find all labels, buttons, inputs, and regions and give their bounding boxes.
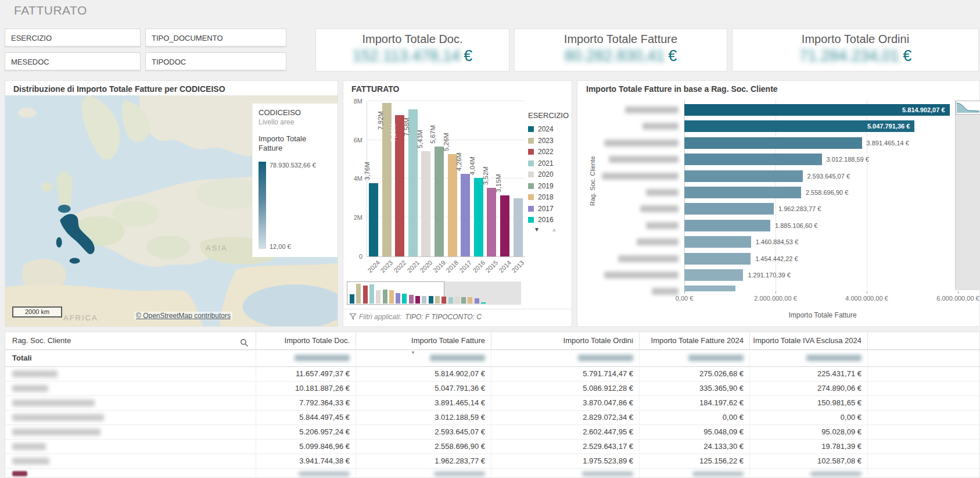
bar-2015[interactable] (487, 188, 496, 256)
bar-2013[interactable] (514, 198, 523, 256)
blurred-total-value (578, 355, 633, 361)
legend-item-2017[interactable]: 2017 (528, 205, 563, 214)
redacted-client-name[interactable] (12, 429, 100, 436)
column-header-4[interactable]: Importo Totale Fatture 2024 (640, 332, 750, 349)
navigator-bar (448, 297, 453, 304)
redacted-client-name[interactable] (12, 370, 58, 377)
filter-tipo_documento[interactable]: TIPO_DOCUMENTO (145, 28, 286, 47)
legend-item-2020[interactable]: 2020 (528, 170, 563, 180)
column-header-2[interactable]: Importo Totale Fatture (356, 332, 491, 349)
redacted-client-name[interactable] (646, 222, 679, 229)
column-header-5[interactable]: Importo Totale IVA Esclusa 2024 (750, 332, 868, 349)
redacted-client-name[interactable] (642, 123, 679, 130)
redacted-client-name[interactable] (12, 471, 27, 476)
legend-scroll-up-icon[interactable]: ▲ (551, 226, 557, 233)
column-header-0[interactable]: Rag. Soc. Cliente (5, 332, 256, 349)
client-name-cell[interactable] (5, 425, 256, 439)
client-name-cell[interactable] (5, 366, 256, 381)
search-icon[interactable] (240, 336, 249, 349)
legend-item-2018[interactable]: 2018 (528, 193, 563, 202)
hbar-row-bar[interactable] (684, 203, 774, 215)
table-totals-row: Totali (5, 349, 980, 367)
hbar-scroll-navigator[interactable] (955, 101, 980, 290)
divider (343, 309, 572, 309)
filter-mesedoc[interactable]: MESEDOC (5, 52, 141, 70)
hbar-row-bar[interactable] (684, 220, 770, 231)
table-value-cell: 2.829.072,34 € (491, 410, 640, 425)
bar-2016[interactable] (474, 178, 483, 256)
map-canvas[interactable]: ASIA AFRICA 2000 km © OpenStreetMap cont… (5, 95, 338, 326)
y-axis-tick: 6M (343, 136, 362, 144)
redacted-client-name[interactable] (12, 443, 46, 450)
legend-item-2022[interactable]: 2022 (528, 148, 563, 157)
filter-tipodoc[interactable]: TIPODOC (145, 52, 286, 70)
hbar-value-label: 2.558.696,90 € (806, 189, 848, 197)
bar-slot: 5,67M2019 (433, 101, 446, 256)
hbar-row-bar[interactable] (684, 236, 751, 248)
bar-value-label: 3,15M (496, 174, 502, 192)
euro-suffix: € (668, 47, 677, 65)
bar-2014[interactable] (500, 195, 509, 256)
totals-value-blurred (640, 349, 750, 366)
client-name-cell[interactable] (5, 381, 256, 395)
column-header-1[interactable]: Importo Totale Doc. (256, 332, 356, 349)
table-row: 11.657.497,37 €5.814.902,07 €5.791.714,4… (5, 366, 980, 381)
redacted-client-name[interactable] (640, 205, 679, 212)
hbar-row-bar[interactable] (684, 253, 751, 265)
redacted-client-name[interactable] (12, 414, 104, 421)
bar-2024[interactable] (369, 183, 378, 256)
bar-2019[interactable] (435, 147, 444, 256)
client-name-cell[interactable] (5, 410, 256, 425)
redacted-client-name[interactable] (646, 189, 679, 196)
client-name-cell[interactable] (5, 395, 256, 410)
sort-descending-icon[interactable]: ▼ (411, 350, 415, 355)
redacted-client-name[interactable] (609, 156, 679, 163)
redacted-client-name[interactable] (604, 272, 679, 279)
client-name-cell[interactable] (5, 468, 256, 478)
kpi-label: Importo Totale Ordini (733, 33, 978, 46)
redacted-client-name[interactable] (12, 385, 48, 392)
legend-label: 2022 (538, 148, 554, 156)
redacted-client-name[interactable] (625, 106, 679, 113)
column-header-3[interactable]: Importo Totale Ordini (491, 332, 640, 349)
redacted-client-name[interactable] (652, 288, 679, 295)
redacted-client-name[interactable] (12, 399, 95, 406)
bar-2017[interactable] (461, 174, 470, 256)
hbar-row-bar[interactable] (684, 269, 743, 281)
legend-scroll-down-icon[interactable]: ▼ (534, 226, 540, 233)
navigator-bar (468, 297, 472, 304)
table-value-cell: 5.791.714,47 € (491, 366, 640, 381)
client-name-cell[interactable] (5, 454, 256, 468)
legend-label: 2021 (538, 159, 554, 167)
axis-tick-mark (867, 291, 867, 294)
table-empty-cell (868, 410, 980, 425)
redacted-client-name[interactable] (602, 173, 679, 180)
hbar-navigator-window[interactable] (956, 101, 980, 115)
legend-item-2019[interactable]: 2019 (528, 182, 563, 191)
legend-item-2016[interactable]: 2016 (528, 216, 563, 225)
hbar-row-bar[interactable] (684, 137, 862, 149)
hbar-row-bar[interactable] (684, 170, 803, 182)
redacted-client-name[interactable] (637, 238, 679, 245)
filter-esercizio[interactable]: ESERCIZIO (5, 28, 141, 47)
hbar-row-bar[interactable] (684, 154, 822, 165)
bar-2020[interactable] (421, 151, 430, 256)
bar-value-label: 7,28M (390, 123, 397, 142)
redacted-client-name[interactable] (604, 140, 679, 147)
legend-item-2023[interactable]: 2023 (528, 137, 563, 146)
legend-item-2024[interactable]: 2024 (528, 125, 563, 134)
map-legend-gradient (259, 162, 266, 249)
osm-attribution-link[interactable]: © OpenStreetMap contributors (134, 312, 232, 320)
legend-item-2021[interactable]: 2021 (528, 159, 563, 169)
hbar-value-label: 1.460.884,53 € (756, 238, 798, 246)
navigator-bar (376, 290, 380, 304)
redacted-client-name[interactable] (618, 255, 679, 262)
client-name-cell[interactable] (5, 439, 256, 454)
hbar-row-bar[interactable] (684, 286, 735, 291)
redacted-client-name[interactable] (12, 458, 49, 465)
blurred-total-value (295, 355, 350, 361)
hbar-row-bar[interactable] (684, 187, 801, 198)
x-axis-label: 2023 (380, 259, 394, 274)
totals-empty (868, 349, 980, 366)
bar-navigator[interactable] (347, 281, 521, 305)
